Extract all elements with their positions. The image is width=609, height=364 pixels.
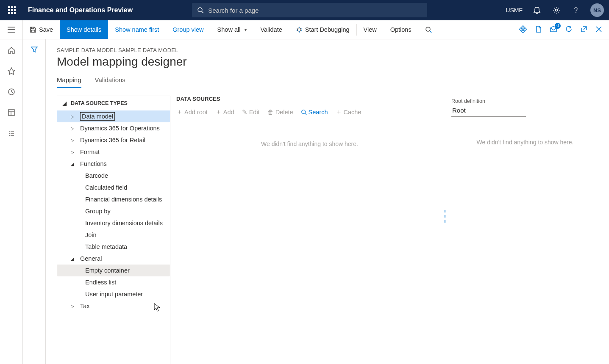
- global-search[interactable]: [192, 3, 427, 17]
- top-navbar: Finance and Operations Preview USMF NS: [0, 0, 609, 20]
- modules-icon[interactable]: [7, 129, 16, 139]
- help-icon[interactable]: [571, 5, 581, 15]
- view-menu[interactable]: View: [357, 20, 384, 39]
- svg-line-12: [297, 30, 298, 31]
- tree-item-financial-dimensions[interactable]: Financial dimensions details: [85, 193, 170, 205]
- tree-item-functions[interactable]: ◢Functions: [57, 158, 170, 170]
- show-details-button[interactable]: Show details: [60, 20, 108, 39]
- validate-button[interactable]: Validate: [253, 20, 289, 39]
- show-name-first-button[interactable]: Show name first: [108, 20, 166, 39]
- plus-icon: ＋: [215, 108, 222, 116]
- data-sources-panel: DATA SOURCES ＋Add root ＋Add ✎Edit 🗑Delet…: [170, 96, 451, 364]
- tree-item-tax[interactable]: ▷Tax: [57, 300, 170, 312]
- tab-mapping[interactable]: Mapping: [57, 76, 81, 88]
- tab-validations[interactable]: Validations: [95, 76, 125, 88]
- settings-icon[interactable]: [551, 5, 562, 15]
- page-title: Model mapping designer: [57, 55, 609, 69]
- svg-point-7: [298, 28, 301, 31]
- start-debugging-button[interactable]: Start Debugging: [289, 20, 356, 39]
- expand-icon: ▷: [71, 126, 74, 131]
- app-title: Finance and Operations Preview: [28, 6, 133, 14]
- show-all-dropdown[interactable]: Show all: [211, 20, 254, 39]
- svg-line-15: [430, 31, 431, 33]
- tree-item-general[interactable]: ◢General: [57, 253, 170, 265]
- notifications-icon[interactable]: [532, 5, 542, 15]
- search-icon: [425, 26, 432, 33]
- filter-rail: [23, 39, 46, 364]
- messages-icon[interactable]: 0: [550, 25, 557, 34]
- svg-point-3: [576, 12, 576, 13]
- svg-line-1: [202, 11, 203, 13]
- tree-item-empty-container[interactable]: Empty container: [57, 265, 170, 276]
- svg-point-28: [301, 110, 305, 113]
- trash-icon: 🗑: [267, 109, 274, 116]
- filter-icon[interactable]: [30, 45, 39, 55]
- plus-icon: ＋: [176, 108, 183, 116]
- app-launcher-icon[interactable]: [5, 3, 19, 17]
- svg-rect-19: [8, 110, 14, 116]
- collapse-icon: ◢: [71, 162, 74, 166]
- close-icon[interactable]: [595, 26, 602, 34]
- refresh-icon[interactable]: [565, 25, 573, 34]
- popout-icon[interactable]: [580, 25, 588, 34]
- data-sources-empty: We didn't find anything to show here.: [176, 141, 443, 147]
- tree-item-table-metadata[interactable]: Table metadata: [85, 241, 170, 253]
- tree-item-d365-retail[interactable]: ▷Dynamics 365 for Retail: [57, 134, 170, 146]
- action-bar: Save Show details Show name first Group …: [0, 20, 609, 39]
- tree-item-inventory-dimensions[interactable]: Inventory dimensions details: [85, 217, 170, 229]
- root-definition-label: Root definition: [451, 98, 599, 104]
- svg-point-14: [426, 27, 430, 31]
- root-definition-input[interactable]: Root: [451, 105, 526, 117]
- tree-item-group-by[interactable]: Group by: [85, 205, 170, 217]
- workspace-icon[interactable]: [519, 25, 527, 34]
- company-selector[interactable]: USMF: [506, 7, 523, 14]
- expand-icon: ▷: [71, 150, 74, 154]
- delete-button[interactable]: 🗑Delete: [267, 109, 293, 116]
- home-icon[interactable]: [7, 46, 16, 56]
- tree-header[interactable]: ◢ DATA SOURCE TYPES: [57, 96, 170, 110]
- search-icon: [197, 7, 204, 14]
- collapse-icon: ◢: [71, 256, 74, 261]
- left-rail: [0, 39, 23, 364]
- add-root-button[interactable]: ＋Add root: [176, 108, 208, 116]
- add-button[interactable]: ＋Add: [215, 108, 234, 116]
- svg-point-0: [198, 8, 202, 12]
- group-view-button[interactable]: Group view: [166, 20, 210, 39]
- data-sources-title: DATA SOURCES: [176, 96, 443, 102]
- options-menu[interactable]: Options: [384, 20, 418, 39]
- debug-icon: [296, 26, 303, 33]
- tree-item-format[interactable]: ▷Format: [57, 146, 170, 158]
- collapse-icon: ◢: [62, 100, 67, 107]
- data-source-types-panel: ◢ DATA SOURCE TYPES ▷Data model ▷Dynamic…: [57, 96, 170, 364]
- tree-item-join[interactable]: Join: [85, 229, 170, 241]
- data-model-panel: DATA MODEL 🔗Bind ✎Edit 🗑Unbind Search Ro…: [451, 96, 609, 364]
- recent-icon[interactable]: [7, 88, 16, 97]
- svg-line-13: [301, 30, 302, 31]
- tree-item-d365-operations[interactable]: ▷Dynamics 365 for Operations: [57, 122, 170, 134]
- splitter-handle[interactable]: [445, 210, 447, 223]
- tree-item-data-model[interactable]: ▷Data model: [57, 110, 170, 122]
- edit-button[interactable]: ✎Edit: [242, 109, 260, 116]
- attachments-icon[interactable]: [534, 25, 542, 34]
- search-button[interactable]: Search: [301, 109, 328, 116]
- svg-line-11: [301, 29, 302, 29]
- favorites-icon[interactable]: [7, 67, 16, 77]
- cache-button[interactable]: ＋Cache: [336, 108, 362, 116]
- data-model-empty: We didn't find anything to show here.: [451, 139, 599, 146]
- tree-item-barcode[interactable]: Barcode: [85, 170, 170, 182]
- save-button[interactable]: Save: [23, 20, 60, 39]
- tree-item-user-input-parameter[interactable]: User input parameter: [85, 288, 170, 300]
- tree-item-calculated-field[interactable]: Calculated field: [85, 182, 170, 193]
- workspaces-icon[interactable]: [7, 108, 16, 118]
- global-search-input[interactable]: [208, 7, 422, 14]
- save-label: Save: [39, 26, 53, 33]
- tree-item-endless-list[interactable]: Endless list: [85, 276, 170, 288]
- user-avatar[interactable]: NS: [590, 3, 604, 17]
- actionbar-search-button[interactable]: [418, 20, 439, 39]
- save-icon: [30, 26, 36, 33]
- search-icon: [301, 109, 307, 115]
- hamburger-icon[interactable]: [0, 20, 23, 39]
- expand-icon: ▷: [71, 304, 74, 309]
- page-tabs: Mapping Validations: [57, 76, 609, 88]
- svg-point-2: [556, 9, 558, 11]
